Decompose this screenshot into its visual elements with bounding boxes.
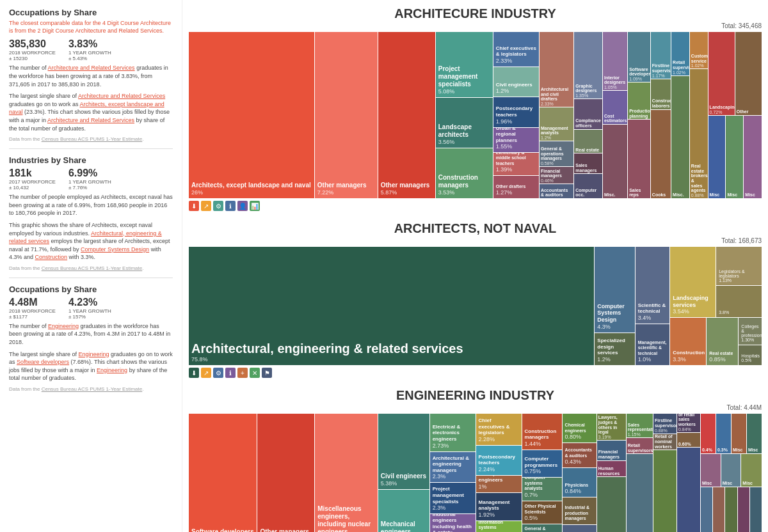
cell-other-mgr-1[interactable]: Other managers 7.22% [315,32,378,198]
stat-workforce-2: 181k 2017 WORKFORCE ± 10,432 [9,168,56,191]
icon-flag-naval[interactable]: ⚑ [262,368,272,378]
arch-eng-link[interactable]: Architectural, engineering & related ser… [9,230,162,245]
civil-eng-main-pct: 5.38% [381,480,427,487]
cell-constr-mgr-eng[interactable]: Construction managers 1.44% [522,414,562,450]
sci-tech-pct: 3.4% [638,315,668,321]
cell-elec-eng[interactable]: Electrical & electronics engineers 2.73% [430,414,476,451]
cell-hospitals[interactable]: Hospitals 0.5% [739,345,762,365]
icon-settings-arch[interactable]: ⚙ [213,201,223,211]
section-industries: Industries by Share 181k 2017 WORKFORCE … [9,155,173,271]
comp-sys-link[interactable]: Computer Systems Design [81,246,149,253]
mc-misc: Misc. [604,192,626,198]
cell-civil-eng[interactable]: Civil engineers 1.2% [493,67,539,97]
workforce-value-1: 385,830 [9,38,56,50]
cell-sys-analysts[interactable]: Computer systems analysts 0.7% [522,478,562,500]
arch-link-2[interactable]: Architecture and Related Services [78,93,165,99]
cell-comp-prog[interactable]: Computer programmers 0.75% [522,450,562,477]
cell-postsec-pct: 1.96% [496,118,536,125]
sw-dev-link[interactable]: Software developers [17,359,69,365]
cell-colleges[interactable]: Colleges & professional 1.30% [739,318,762,344]
icon-download-naval[interactable]: ⬇ [189,368,199,378]
growth-change-2: ± 7.76% [68,185,111,191]
cell-accountants-eng[interactable]: Accountants & auditors 0.43% [563,443,596,467]
cell-landscaping[interactable]: Landscaping services 3.54% [670,247,716,317]
cell-architects[interactable]: Architects, except landscape and naval 2… [189,32,314,198]
eng-link-2[interactable]: Engineering [79,351,109,357]
cell-misc-eng[interactable]: Miscellaneous engineers, including nucle… [315,414,378,532]
cell-assoc[interactable]: 3.8% [716,286,762,318]
icon-user-arch[interactable]: 👤 [237,201,248,211]
growth-value-3: 4.23% [68,297,111,308]
arch-eng-main-pct: 75.8% [191,356,591,363]
stat-growth-2: 6.99% 1 YEAR GROWTH ± 7.76% [68,168,111,191]
cell-spec-design[interactable]: Specialized design services 1.2% [595,333,634,365]
mc-customer-svc-pct: 1.02% [691,63,707,68]
cell-proj-mgmt-eng[interactable]: Project management specialists 2.3% [430,483,476,513]
cell-industrial-eng[interactable]: Industrial engineers including health & … [430,514,476,532]
cell-postsec[interactable]: Postsecondary teachers 1.96% [493,97,539,127]
cell-landscape[interactable]: Landscape architects 3.56% [436,98,493,148]
cell-chief-exec-eng[interactable]: Chief executives & legislators 2.28% [476,414,522,445]
icon-chart-naval[interactable]: ✕ [250,368,260,378]
icon-share-arch[interactable]: ↗ [201,201,211,211]
cell-chief-exec[interactable]: Chief executives & legislators 2.33% [493,32,539,66]
cell-sales-mgr-eng[interactable]: Sales managers [563,525,596,532]
cell-proj-mgmt[interactable]: Project management specialists 5.08% [436,32,493,97]
cell-arch-eng-main[interactable]: Architectural, engineering & related ser… [189,247,594,365]
cell-mgmt-analysts-eng[interactable]: Management analysts 1.92% [476,493,522,520]
stat-workforce-1: 385,830 2018 WORKFORCE ± 15230 [9,38,56,61]
cell-ind-prod-mgr[interactable]: Industrial & production managers [563,497,596,524]
census-link-2[interactable]: Census Bureau ACS PUMS 1-Year Estimate [42,265,143,271]
icon-download-arch[interactable]: ⬇ [189,201,199,211]
mc-cooks: Cooks [652,192,669,198]
cell-other-drafters[interactable]: Other drafters 1.27% [493,176,539,198]
icon-chart-arch[interactable]: 📊 [250,201,260,211]
cell-aerospace[interactable]: Aerospace engineers 1% [476,476,522,492]
cell-civil-eng-main[interactable]: Civil engineers 5.38% [378,414,429,489]
divider-1 [9,148,173,149]
cell-chemical-eng[interactable]: Chemical engineers 0.80% [563,414,596,442]
cell-construction-mgr[interactable]: Construction managers 3.53% [436,148,493,198]
naval-chart-icons: ⬇ ↗ ⚙ ℹ + ✕ ⚑ [189,368,762,378]
cell-comp-sys[interactable]: Computer Systems Design 4.3% [595,247,634,332]
cell-other-mgr-eng[interactable]: Other managers 6.62% [257,414,314,532]
mc-other-1: Other [737,109,760,114]
eng-link-1[interactable]: Engineering [48,323,79,329]
cell-postsec-eng[interactable]: Postsecondary teachers 2.24% [476,446,522,475]
cell-urban[interactable]: Urban & regional planners 1.55% [493,128,539,153]
cell-real-estate[interactable]: Real estate 0.85% [707,318,738,365]
icon-user-naval[interactable]: + [237,368,248,378]
cell-sw-dev-eng[interactable]: Software developers 7.68% [189,414,257,532]
icon-info-arch[interactable]: ℹ [225,201,236,211]
cell-comp-it[interactable]: Computer & information systems managers … [476,521,522,532]
cell-physicians[interactable]: Physicians 0.84% [563,468,596,497]
mc-firstline: Firstline supervisors [652,63,669,73]
cell-mgmt-sci[interactable]: Management, scientific & technical 1.0% [636,324,670,365]
icon-info-naval[interactable]: ℹ [225,368,236,378]
cell-gen-ops[interactable]: General & operations managers [522,524,562,532]
census-link-1[interactable]: Census Bureau ACS PUMS 1-Year Estimate [42,136,143,142]
comp-it-label: Computer & information systems managers [479,521,519,532]
cell-arch-eng-mgr[interactable]: Architectural & engineering managers 2.3… [430,452,476,483]
arch-link-1[interactable]: Architecture and Related Services [48,65,135,71]
arch-link-3[interactable]: Architects, except landscape and naval [9,101,164,116]
proj-mgmt-eng-pct: 2.3% [433,505,473,511]
cell-elem-teachers[interactable]: Elementary & middle school teachers 1.39… [493,153,539,175]
cell-phys-sci[interactable]: Other Physical Scientists 0.5% [522,501,562,524]
cell-chief-exec-pct: 2.33% [496,58,536,64]
census-link-3[interactable]: Census Bureau ACS PUMS 1-Year Estimate [42,386,143,392]
cell-legis[interactable]: Legislators & legislators 1.13% [716,247,762,285]
cell-mech-eng[interactable]: Mechanical engineers 3.94% [378,490,429,532]
cell-other-mgr-2[interactable]: Other managers 5.87% [378,32,435,198]
icon-share-naval[interactable]: ↗ [201,368,211,378]
arch-link-4[interactable]: Architecture and Related Services [47,117,134,123]
construction-link[interactable]: Construction [35,254,68,260]
mc-lawyers: Lawyers, judges & others in legal [598,415,625,435]
section-occupations-eng: Occupations by Share 4.48M 2018 WORKFORC… [9,285,173,392]
icon-settings-naval[interactable]: ⚙ [213,368,223,378]
colleges-pct: 1.30% [741,338,759,342]
cell-construction-ind[interactable]: Construction 3.3% [670,318,706,365]
eng-link-3[interactable]: Engineering [97,367,127,373]
mc-mgmt-analysts: Management analysts [541,126,572,136]
cell-sci-tech[interactable]: Scientific & technical 3.4% [636,247,670,324]
